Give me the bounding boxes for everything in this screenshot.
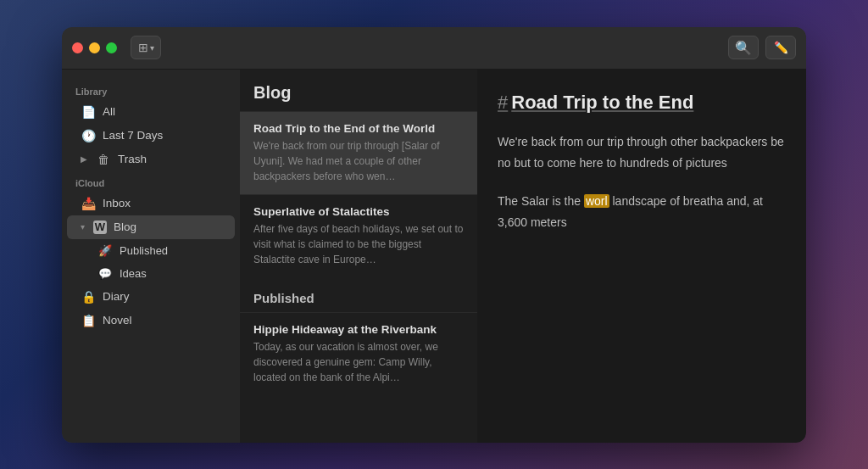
novel-icon: 📋: [81, 314, 96, 327]
icloud-section-label: iCloud: [62, 171, 240, 192]
heading-text: Road Trip to the End: [511, 92, 693, 113]
sidebar-item-label: Ideas: [120, 267, 147, 280]
sidebar-item-label: Published: [120, 244, 168, 257]
sidebar-item-trash[interactable]: ▶ 🗑 Trash: [67, 148, 235, 171]
editor-paragraph: The Salar is the worl landscape of breat…: [498, 191, 786, 233]
chevron-down-icon: ▾: [150, 43, 154, 53]
sidebar-item-label: All: [103, 105, 115, 118]
note-title: Superlative of Stalactites: [253, 205, 464, 218]
note-preview: After five days of beach holidays, we se…: [253, 221, 464, 267]
editor-heading: #Road Trip to the End: [498, 87, 786, 118]
note-title: Hippie Hideaway at the Riverbank: [253, 323, 464, 336]
published-icon: 🚀: [97, 244, 113, 257]
blog-icon: W: [93, 221, 107, 234]
compose-button[interactable]: ✏️: [765, 36, 796, 59]
note-preview: We're back from our trip through [Salar …: [253, 138, 464, 184]
sidebar-item-novel[interactable]: 📋 Novel: [67, 309, 235, 332]
inbox-icon: 📥: [81, 197, 96, 210]
sidebar-item-diary[interactable]: 🔒 Diary: [67, 285, 235, 309]
editor-pane[interactable]: #Road Trip to the End We're back from ou…: [477, 70, 806, 443]
note-item-hippie[interactable]: Hippie Hideaway at the Riverbank Today, …: [240, 312, 477, 395]
clock-icon: 🕐: [81, 129, 96, 142]
sidebar-item-label: Inbox: [103, 197, 131, 209]
sidebar-item-last7days[interactable]: 🕐 Last 7 Days: [67, 124, 235, 148]
editor-section: The Salar is the worl landscape of breat…: [498, 191, 786, 233]
ideas-icon: 💬: [97, 267, 113, 280]
note-list: Blog Road Trip to the End of the World W…: [240, 70, 477, 443]
all-icon: 📄: [81, 105, 96, 119]
highlight-word: worl: [584, 194, 609, 208]
note-list-header: Blog: [240, 70, 477, 111]
sidebar-item-published[interactable]: 🚀 Published: [67, 239, 235, 262]
note-item-road-trip[interactable]: Road Trip to the End of the World We're …: [240, 111, 477, 194]
published-section-label: Published: [240, 277, 477, 312]
main-content: Library 📄 All 🕐 Last 7 Days ▶ 🗑 Trash iC…: [62, 70, 806, 443]
note-preview: Today, as our vacation is almost over, w…: [253, 339, 464, 385]
editor-body: We're back from our trip through other b…: [498, 131, 786, 234]
sidebar: Library 📄 All 🕐 Last 7 Days ▶ 🗑 Trash iC…: [62, 70, 240, 443]
app-window: ⊞ ▾ 🔍 ✏️ Library 📄 All 🕐 Last 7 Days: [62, 27, 806, 443]
diary-icon: 🔒: [81, 290, 96, 304]
sidebar-item-label: Trash: [118, 153, 147, 165]
sidebar-item-ideas[interactable]: 💬 Ideas: [67, 262, 235, 285]
search-icon: 🔍: [735, 40, 752, 56]
sidebar-item-label: Novel: [103, 314, 132, 327]
note-title: Road Trip to the End of the World: [253, 122, 464, 135]
sidebar-item-inbox[interactable]: 📥 Inbox: [67, 192, 235, 215]
traffic-lights: [72, 42, 117, 53]
note-item-stalactites[interactable]: Superlative of Stalactites After five da…: [240, 194, 477, 277]
heading-prefix: #: [498, 92, 508, 113]
search-button[interactable]: 🔍: [728, 36, 759, 59]
compose-icon: ✏️: [774, 41, 788, 54]
maximize-button[interactable]: [106, 42, 117, 53]
minimize-button[interactable]: [89, 42, 100, 53]
sidebar-icon: ⊞: [138, 41, 148, 54]
library-section-label: Library: [62, 80, 240, 100]
sidebar-toggle-button[interactable]: ⊞ ▾: [131, 36, 161, 59]
sidebar-item-label: Last 7 Days: [103, 129, 163, 142]
sidebar-item-label: Diary: [103, 290, 130, 303]
sidebar-item-all[interactable]: 📄 All: [67, 100, 235, 124]
trash-icon: 🗑: [96, 153, 111, 166]
sidebar-item-label: Blog: [114, 221, 136, 233]
chevron-down-icon: ▾: [81, 222, 85, 232]
sidebar-item-blog[interactable]: ▾ W Blog: [67, 215, 235, 239]
titlebar: ⊞ ▾ 🔍 ✏️: [62, 27, 806, 70]
close-button[interactable]: [72, 42, 83, 53]
editor-paragraph: We're back from our trip through other b…: [498, 131, 786, 174]
chevron-right-icon: ▶: [81, 154, 87, 164]
